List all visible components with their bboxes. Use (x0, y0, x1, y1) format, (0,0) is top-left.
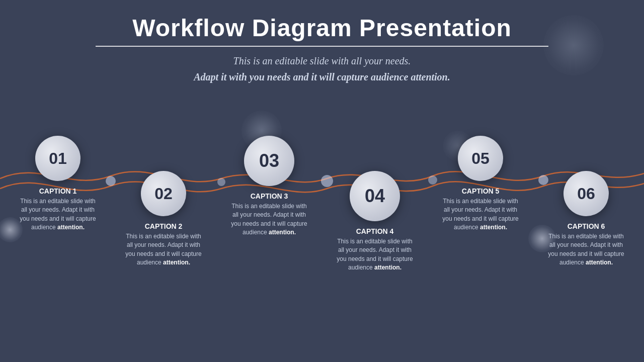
step-6-text: CAPTION 6 This is an editable slide with… (546, 222, 626, 267)
step-3-caption: CAPTION 3 (229, 192, 309, 200)
step-6-caption: CAPTION 6 (546, 222, 626, 230)
step-6-description: This is an editable slide with all your … (546, 232, 626, 267)
step-3: 03 CAPTION 3 This is an editable slide w… (224, 136, 314, 237)
title-divider (96, 46, 548, 47)
step-4-circle: 04 (350, 171, 400, 221)
step-5: 05 CAPTION 5 This is an editable slide w… (435, 136, 526, 232)
step-1-caption: CAPTION 1 (18, 187, 98, 195)
step-5-caption: CAPTION 5 (440, 187, 521, 195)
step-5-circle: 05 (458, 136, 503, 181)
step-1-description: This is an editable slide with all your … (18, 197, 98, 232)
step-2-text: CAPTION 2 This is an editable slide with… (123, 222, 204, 267)
step-2-circle: 02 (141, 171, 186, 216)
subtitle-line2: Adapt it with you needs and it will capt… (40, 69, 604, 85)
page-title: Workflow Diagram Presentation (40, 15, 604, 42)
step-4-description: This is an editable slide with all your … (335, 237, 415, 273)
header: Workflow Diagram Presentation This is an… (0, 0, 644, 90)
step-3-description: This is an editable slide with all your … (229, 202, 309, 237)
steps-container: 01 CAPTION 1 This is an editable slide w… (0, 136, 644, 347)
step-5-description: This is an editable slide with all your … (440, 197, 521, 232)
step-5-text: CAPTION 5 This is an editable slide with… (440, 187, 521, 232)
subtitle-line1: This is an editable slide with all your … (40, 53, 604, 69)
step-6: 06 CAPTION 6 This is an editable slide w… (541, 171, 631, 267)
step-4: 04 CAPTION 4 This is an editable slide w… (330, 171, 420, 273)
step-6-circle: 06 (564, 171, 609, 216)
step-1-circle: 01 (35, 136, 80, 181)
step-1-text: CAPTION 1 This is an editable slide with… (18, 187, 98, 232)
step-3-text: CAPTION 3 This is an editable slide with… (229, 192, 309, 237)
step-2-caption: CAPTION 2 (123, 222, 204, 230)
step-4-caption: CAPTION 4 (335, 227, 415, 235)
step-2-description: This is an editable slide with all your … (123, 232, 204, 267)
step-2: 02 CAPTION 2 This is an editable slide w… (118, 171, 209, 267)
step-3-circle: 03 (244, 136, 294, 186)
step-1: 01 CAPTION 1 This is an editable slide w… (13, 136, 103, 232)
step-4-text: CAPTION 4 This is an editable slide with… (335, 227, 415, 273)
